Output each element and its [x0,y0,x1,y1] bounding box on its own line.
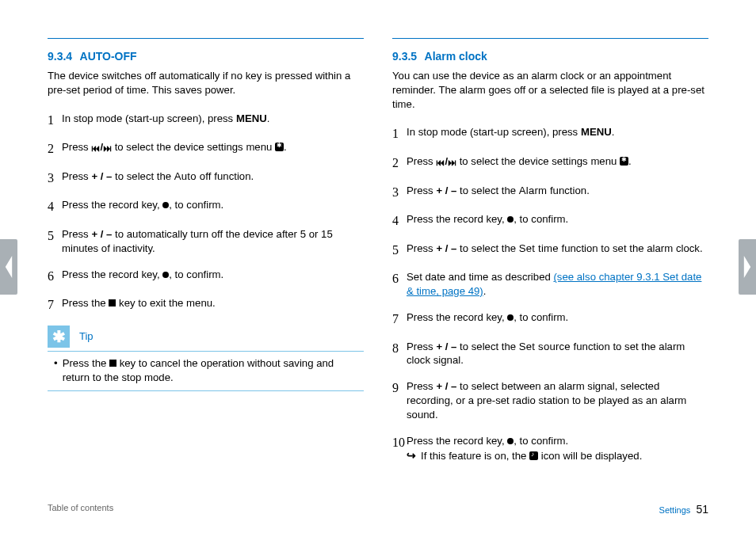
section-rule [392,38,708,39]
step-6: 6 Set date and time as described (see al… [392,270,708,299]
tip-block: ✱ Tip Press the key to cancel the operat… [48,326,364,392]
toc-link[interactable]: Table of contents [48,503,113,516]
tip-text: Press the key to cancel the operation wi… [52,356,359,385]
tip-star-icon: ✱ [48,326,70,348]
step-5: 5 Press + / – to select the Set time fun… [392,242,708,259]
step-10: 10 Press the record key, , to confirm. I… [392,434,708,463]
step-4: 4 Press the record key, , to confirm. [392,212,708,230]
step-9: 9 Press + / – to select between an alarm… [392,379,708,421]
heading-alarm-clock: 9.3.5 Alarm clock [392,50,708,63]
heading-number: 9.3.5 [392,50,417,63]
stop-icon [109,360,116,367]
step-1: 1 In stop mode (start-up screen), press … [392,125,708,143]
step-2: 2 Press / to select the device settings … [392,154,708,172]
heading-number: 9.3.4 [48,50,72,63]
section-name[interactable]: Settings [659,505,691,515]
steps-list: 1 In stop mode (start-up screen), press … [48,112,364,314]
gear-icon [620,157,628,166]
skip-forward-icon [103,141,112,155]
skip-forward-icon [448,155,456,169]
step-3: 3 Press + / – to select the Alarm functi… [392,184,708,201]
step-8: 8 Press + / – to select the Set source f… [392,340,708,368]
step-5: 5 Press + / – to automatically turn off … [48,227,364,256]
page-content: 9.3.4 AUTO-OFF The device switches off a… [0,0,756,497]
page-number: 51 [696,503,708,516]
gear-icon [275,143,284,151]
page-footer: Table of contents Settings 51 [48,503,708,516]
section-auto-off: 9.3.4 AUTO-OFF The device switches off a… [48,38,364,474]
step-6: 6 Press the record key, , to confirm. [48,268,364,285]
skip-back-icon [91,141,100,155]
step-2: 2 Press / to select the device settings … [48,140,364,158]
step-1: 1 In stop mode (start-up screen), press … [48,112,364,129]
step-7: 7 Press the key to exit the menu. [48,296,364,314]
steps-list: 1 In stop mode (start-up screen), press … [392,125,708,463]
intro-text: The device switches off automatically if… [48,69,364,97]
result-arrow-icon [407,450,421,462]
next-page-button[interactable] [739,239,756,295]
step-4: 4 Press the record key, , to confirm. [48,198,364,215]
tip-label: Tip [79,330,94,342]
step-3: 3 Press + / – to select the Auto off fun… [48,169,364,187]
intro-text: You can use the device as an alarm clock… [392,69,708,111]
section-alarm-clock: 9.3.5 Alarm clock You can use the device… [392,38,708,474]
heading-auto-off: 9.3.4 AUTO-OFF [48,50,364,63]
heading-title: Alarm clock [425,50,487,63]
prev-page-button[interactable] [0,239,17,295]
section-rule [48,38,364,39]
alarm-icon [529,451,538,460]
skip-back-icon [436,155,445,169]
step-7: 7 Press the record key, , to confirm. [392,310,708,328]
heading-title: AUTO-OFF [80,50,137,63]
